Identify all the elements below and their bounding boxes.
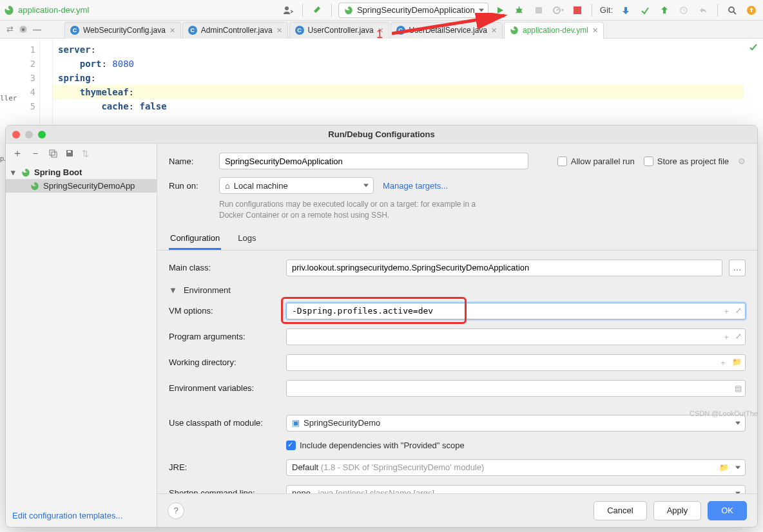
git-push-icon[interactable] bbox=[657, 3, 672, 18]
classpath-dropdown[interactable]: ▣ SpringSecurityDemo bbox=[286, 415, 746, 432]
cancel-button[interactable]: Cancel bbox=[594, 501, 646, 520]
svg-rect-4 bbox=[574, 6, 581, 14]
help-button[interactable]: ? bbox=[168, 502, 184, 519]
spring-leaf-icon bbox=[510, 26, 519, 35]
vm-options-input[interactable] bbox=[286, 303, 746, 319]
profile-icon[interactable]: ▾ bbox=[550, 3, 566, 18]
left-toolwindow-label: ller bbox=[0, 94, 13, 102]
save-config-icon[interactable] bbox=[65, 149, 74, 158]
copy-config-icon[interactable] bbox=[48, 149, 57, 158]
jre-dropdown[interactable]: Default (1.8 - SDK of 'SpringSecurityDem… bbox=[286, 459, 746, 476]
edit-templates-link[interactable]: Edit configuration templates... bbox=[12, 511, 122, 520]
shorten-cmd-label: Shorten command line: bbox=[169, 488, 280, 493]
list-icon[interactable]: ▤ bbox=[735, 384, 742, 393]
tree-config-item[interactable]: SpringSecurityDemoApp bbox=[6, 179, 157, 193]
include-provided-checkbox[interactable]: Include dependencies with "Provided" sco… bbox=[286, 441, 465, 450]
svg-point-6 bbox=[729, 7, 734, 12]
expand-all-icon[interactable]: ⇄ bbox=[6, 24, 14, 34]
user-switch-icon[interactable] bbox=[280, 3, 296, 18]
debug-icon[interactable] bbox=[512, 3, 527, 18]
close-icon[interactable]: ✕ bbox=[592, 26, 598, 35]
dialog-footer: ? Cancel Apply OK bbox=[157, 493, 757, 527]
minimize-icon[interactable]: — bbox=[33, 24, 41, 34]
tree-springboot-node[interactable]: ▾ Spring Boot bbox=[6, 166, 157, 179]
breadcrumb: application-dev.yml bbox=[4, 5, 89, 15]
config-tree-panel: ＋ － ⇅ ▾ Spring Boot SpringSecurityDemoAp… bbox=[6, 144, 157, 527]
search-icon[interactable] bbox=[724, 3, 740, 18]
editor-tab[interactable]: CWebSecurityConfig.java✕ bbox=[64, 22, 181, 39]
config-form-panel: Name: Allow parallel run Store as projec… bbox=[157, 144, 757, 527]
coverage-icon[interactable] bbox=[531, 3, 546, 18]
main-toolbar: application-dev.yml SpringSecurityDemoAp… bbox=[0, 0, 763, 21]
run-config-label: SpringSecurityDemoApplication bbox=[357, 5, 475, 15]
stop-icon[interactable] bbox=[570, 3, 585, 18]
gear-icon[interactable] bbox=[19, 25, 28, 34]
editor-content[interactable]: server: port: 8080spring: thymeleaf: cac… bbox=[53, 39, 744, 125]
editor-tab[interactable]: CUserDetailService.java✕ bbox=[391, 22, 503, 39]
main-class-input[interactable] bbox=[286, 260, 722, 276]
env-vars-input[interactable] bbox=[286, 380, 746, 397]
store-project-checkbox[interactable]: Store as project file bbox=[644, 157, 729, 166]
tab-configuration[interactable]: Configuration bbox=[169, 233, 221, 250]
spring-leaf-icon bbox=[21, 168, 30, 177]
apply-button[interactable]: Apply bbox=[653, 501, 702, 520]
run-debug-config-dialog: Run/Debug Configurations ＋ － ⇅ ▾ Spring … bbox=[5, 125, 758, 527]
editor-tab[interactable]: application-dev.yml✕ bbox=[504, 22, 604, 39]
svg-rect-10 bbox=[50, 150, 55, 155]
program-args-label: Program arguments: bbox=[169, 332, 280, 341]
move-config-icon[interactable]: ⇅ bbox=[82, 149, 89, 158]
browse-folder-icon[interactable]: 📁 bbox=[719, 463, 729, 472]
expand-field-icon[interactable]: ⤢ bbox=[735, 305, 742, 316]
environment-section-label: Environment bbox=[184, 285, 231, 295]
run-on-hint: Run configurations may be executed local… bbox=[157, 195, 505, 222]
spring-leaf-icon bbox=[30, 182, 39, 191]
history-icon[interactable] bbox=[676, 3, 691, 18]
ok-button[interactable]: OK bbox=[708, 501, 747, 520]
working-dir-label: Working directory: bbox=[169, 357, 280, 367]
spring-leaf-icon bbox=[4, 5, 14, 15]
program-args-input[interactable] bbox=[286, 328, 746, 345]
insert-macro-icon[interactable]: ＋ bbox=[719, 357, 727, 368]
jre-label: JRE: bbox=[169, 462, 280, 472]
working-dir-input[interactable] bbox=[286, 354, 746, 371]
svg-rect-11 bbox=[52, 152, 57, 157]
rollback-icon[interactable] bbox=[695, 3, 711, 18]
shorten-cmd-dropdown[interactable]: none - java [options] className [args] bbox=[286, 485, 746, 493]
name-input[interactable] bbox=[219, 153, 528, 169]
tab-logs[interactable]: Logs bbox=[237, 233, 257, 250]
allow-parallel-checkbox[interactable]: Allow parallel run bbox=[557, 157, 635, 166]
chevron-down-icon[interactable]: ▼ bbox=[169, 285, 177, 295]
git-commit-icon[interactable] bbox=[637, 3, 653, 18]
gear-icon[interactable]: ⚙ bbox=[738, 157, 746, 166]
run-icon[interactable] bbox=[492, 3, 508, 18]
insert-macro-icon[interactable]: ＋ bbox=[722, 331, 730, 342]
code-editor: ller 12345 server: port: 8080spring: thy… bbox=[0, 39, 763, 125]
inspection-status[interactable] bbox=[744, 39, 763, 125]
add-config-icon[interactable]: ＋ bbox=[12, 147, 23, 160]
env-vars-label: Environment variables: bbox=[169, 383, 280, 393]
remove-config-icon[interactable]: － bbox=[30, 147, 41, 160]
close-icon[interactable]: ✕ bbox=[491, 26, 497, 35]
git-update-icon[interactable] bbox=[618, 3, 633, 18]
annotation-1: 1 bbox=[376, 28, 383, 41]
run-config-dropdown[interactable]: SpringSecurityDemoApplication bbox=[338, 3, 488, 18]
close-icon[interactable]: ✕ bbox=[276, 26, 282, 35]
dialog-title: Run/Debug Configurations bbox=[6, 129, 757, 139]
expand-field-icon[interactable]: ⤢ bbox=[735, 331, 742, 342]
breadcrumb-file: application-dev.yml bbox=[18, 5, 89, 15]
insert-macro-icon[interactable]: ＋ bbox=[722, 305, 730, 316]
browse-folder-icon[interactable]: 📁 bbox=[732, 357, 742, 368]
browse-main-class-button[interactable]: … bbox=[729, 260, 746, 276]
editor-tab[interactable]: CAdminController.java✕ bbox=[182, 22, 288, 39]
svg-rect-2 bbox=[536, 7, 542, 14]
manage-targets-link[interactable]: Manage targets... bbox=[383, 181, 448, 191]
main-class-label: Main class: bbox=[169, 263, 280, 272]
build-hammer-icon[interactable] bbox=[309, 3, 325, 18]
editor-tab[interactable]: CUserController.java✕ bbox=[289, 22, 389, 39]
name-label: Name: bbox=[169, 157, 210, 166]
classpath-label: Use classpath of module: bbox=[169, 418, 280, 428]
run-on-dropdown[interactable]: ⌂ Local machine bbox=[219, 177, 374, 194]
close-icon[interactable]: ✕ bbox=[169, 26, 175, 35]
editor-gutter: 12345 bbox=[13, 39, 40, 125]
ide-update-icon[interactable] bbox=[744, 3, 759, 18]
